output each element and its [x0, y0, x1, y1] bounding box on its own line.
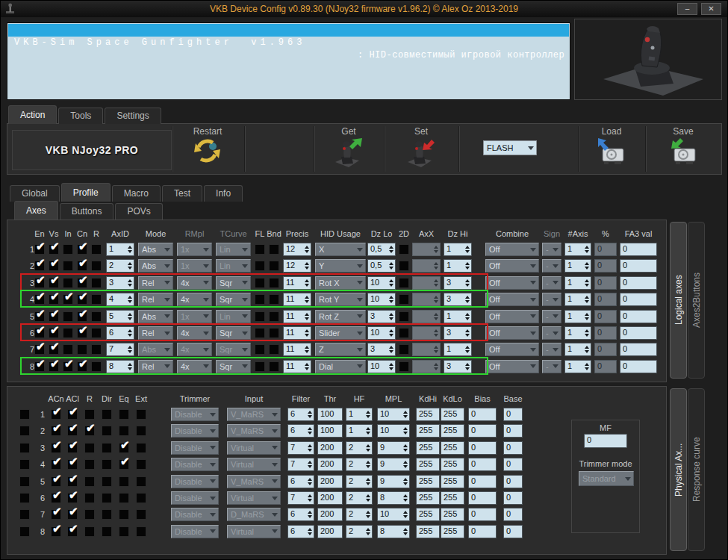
- tcurve-dropdown[interactable]: Sqr: [216, 343, 251, 356]
- percent-field[interactable]: 0: [594, 293, 617, 306]
- axis-count-spinner-arrows[interactable]: [582, 311, 591, 323]
- deadzone-high-spinner[interactable]: 1: [444, 243, 472, 256]
- deadzone-high-spinner-arrows[interactable]: [463, 243, 471, 255]
- r-checkbox[interactable]: [84, 526, 95, 537]
- mpl-spinner[interactable]: 9: [377, 475, 410, 488]
- dir-checkbox[interactable]: [102, 443, 112, 453]
- bias-field[interactable]: 0: [468, 525, 497, 538]
- bnd-checkbox[interactable]: [269, 328, 279, 338]
- bnd-checkbox[interactable]: [269, 311, 279, 322]
- 2d-checkbox[interactable]: [399, 294, 409, 305]
- ext-checkbox[interactable]: [136, 493, 146, 503]
- spin-up-icon[interactable]: [389, 296, 393, 299]
- spin-down-icon[interactable]: [305, 300, 309, 303]
- deadzone-high-spinner[interactable]: 3: [444, 360, 472, 373]
- spin-down-icon[interactable]: [465, 284, 470, 287]
- spin-down-icon[interactable]: [434, 250, 438, 253]
- spin-down-icon[interactable]: [366, 449, 370, 452]
- mpl-spinner-arrows[interactable]: [401, 442, 409, 454]
- precis-spinner-arrows[interactable]: [302, 260, 311, 272]
- fa3-value-field[interactable]: 0: [620, 326, 657, 340]
- kdhi-field[interactable]: 255: [416, 525, 440, 538]
- spin-down-icon[interactable]: [403, 449, 408, 452]
- spin-down-icon[interactable]: [366, 515, 370, 518]
- spin-up-icon[interactable]: [434, 313, 438, 316]
- spin-up-icon[interactable]: [434, 363, 438, 366]
- spin-up-icon[interactable]: [389, 313, 393, 316]
- hf-spinner-arrows[interactable]: [364, 476, 372, 488]
- spin-up-icon[interactable]: [366, 461, 370, 464]
- deadzone-low-spinner[interactable]: 3: [367, 343, 396, 356]
- precis-spinner-arrows[interactable]: [302, 277, 311, 289]
- mpl-spinner-arrows[interactable]: [401, 425, 409, 437]
- deadzone-high-spinner[interactable]: 3: [444, 276, 472, 290]
- spin-down-icon[interactable]: [128, 317, 132, 320]
- 2d-checkbox[interactable]: [399, 328, 409, 338]
- flash-memory-dropdown[interactable]: FLASH: [483, 140, 537, 155]
- eq-checkbox[interactable]: [119, 493, 129, 503]
- mode-dropdown[interactable]: Abs: [138, 310, 173, 323]
- trimmer-dropdown[interactable]: Disable: [171, 525, 219, 538]
- spin-up-icon[interactable]: [434, 246, 438, 249]
- hid-usage-dropdown[interactable]: Y: [315, 259, 366, 273]
- acn-checkbox[interactable]: [51, 426, 61, 436]
- acl-checkbox[interactable]: [67, 426, 78, 436]
- kdhi-field[interactable]: 255: [416, 424, 440, 438]
- axx-spinner-arrows[interactable]: [432, 327, 440, 339]
- filter-spinner-arrows[interactable]: [305, 526, 314, 538]
- spin-up-icon[interactable]: [305, 346, 309, 349]
- cn-checkbox[interactable]: [77, 311, 87, 322]
- spin-down-icon[interactable]: [366, 499, 370, 502]
- en-checkbox[interactable]: [34, 244, 45, 255]
- rmpl-dropdown[interactable]: 4x: [177, 360, 212, 373]
- ext-checkbox[interactable]: [136, 443, 146, 453]
- en-checkbox[interactable]: [34, 261, 45, 271]
- filter-spinner[interactable]: 7: [287, 441, 314, 455]
- spin-down-icon[interactable]: [403, 499, 408, 502]
- trimmer-dropdown[interactable]: Disable: [171, 491, 219, 505]
- mpl-spinner[interactable]: 10: [377, 424, 410, 438]
- spin-down-icon[interactable]: [434, 334, 438, 337]
- trimmer-dropdown[interactable]: Disable: [171, 408, 219, 421]
- combine-dropdown[interactable]: Off: [485, 343, 539, 356]
- axid-spinner[interactable]: 7: [106, 343, 134, 356]
- precis-spinner[interactable]: 11: [283, 360, 311, 373]
- percent-field[interactable]: 0: [594, 276, 617, 290]
- filter-spinner-arrows[interactable]: [305, 408, 314, 420]
- deadzone-low-spinner[interactable]: 10: [367, 326, 396, 340]
- spin-up-icon[interactable]: [403, 528, 408, 531]
- ext-checkbox[interactable]: [136, 526, 146, 537]
- percent-field[interactable]: 0: [594, 243, 617, 256]
- spin-up-icon[interactable]: [308, 411, 312, 414]
- axis-select-checkbox[interactable]: [19, 509, 30, 520]
- kdhi-field[interactable]: 255: [416, 458, 440, 471]
- deadzone-low-spinner[interactable]: 3: [367, 310, 396, 323]
- bias-field[interactable]: 0: [468, 458, 497, 471]
- acn-checkbox[interactable]: [51, 443, 61, 453]
- axid-spinner-arrows[interactable]: [125, 311, 134, 323]
- spin-down-icon[interactable]: [403, 482, 408, 485]
- mpl-spinner[interactable]: 8: [377, 525, 410, 538]
- combine-dropdown[interactable]: Off: [485, 243, 539, 256]
- spin-down-icon[interactable]: [128, 267, 132, 270]
- kdlo-field[interactable]: 255: [441, 441, 464, 455]
- spin-down-icon[interactable]: [434, 367, 438, 370]
- threshold-field[interactable]: 200: [317, 475, 343, 488]
- axx-spinner[interactable]: [412, 326, 441, 340]
- tab-profile[interactable]: Profile: [61, 183, 111, 202]
- spin-up-icon[interactable]: [366, 528, 370, 531]
- en-checkbox[interactable]: [34, 361, 45, 372]
- spin-up-icon[interactable]: [305, 279, 309, 282]
- deadzone-low-spinner-arrows[interactable]: [387, 277, 395, 289]
- vs-checkbox[interactable]: [49, 361, 59, 372]
- vs-checkbox[interactable]: [49, 311, 59, 322]
- sign-dropdown[interactable]: -: [542, 243, 561, 256]
- ext-checkbox[interactable]: [136, 409, 146, 420]
- spin-up-icon[interactable]: [403, 461, 408, 464]
- deadzone-high-spinner-arrows[interactable]: [463, 260, 471, 272]
- deadzone-low-spinner-arrows[interactable]: [387, 260, 395, 272]
- spin-up-icon[interactable]: [308, 478, 312, 481]
- hf-spinner[interactable]: 2: [346, 508, 373, 521]
- hid-usage-dropdown[interactable]: Rot Y: [315, 293, 366, 306]
- hf-spinner-arrows[interactable]: [364, 425, 372, 437]
